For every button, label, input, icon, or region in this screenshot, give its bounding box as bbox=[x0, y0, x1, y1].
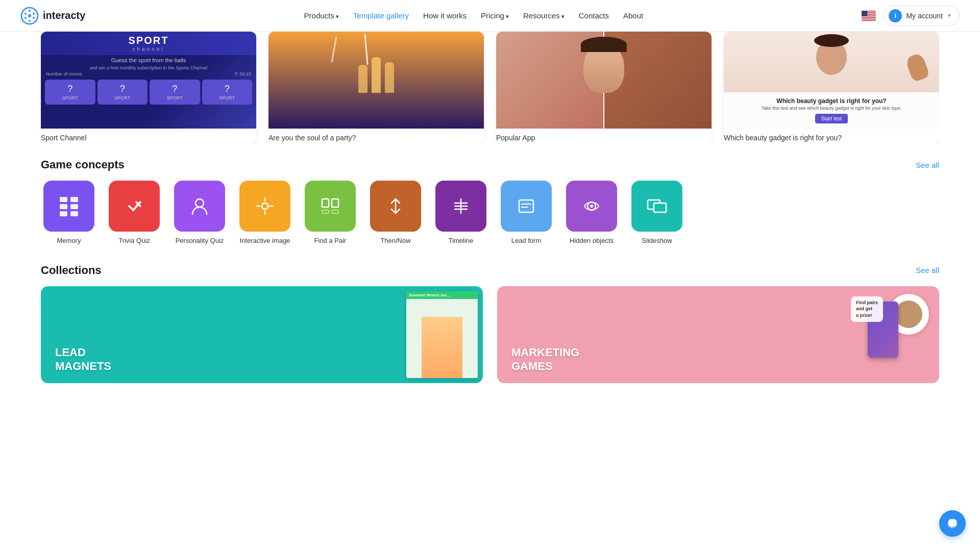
collection-marketing-games[interactable]: MARKETINGGAMES Find pairsand geta prize! bbox=[497, 286, 939, 383]
game-concept-interactive-image[interactable]: Interactive image bbox=[237, 181, 293, 245]
game-concept-trivia[interactable]: Trivia Quiz bbox=[106, 181, 162, 245]
page-content: SPORT channel Guess the sport from the b… bbox=[0, 32, 980, 383]
marketing-games-deco: Find pairsand geta prize! bbox=[696, 286, 939, 383]
game-concept-timeline[interactable]: Timeline bbox=[433, 181, 489, 245]
svg-rect-17 bbox=[70, 197, 78, 202]
game-concept-hidden-objects[interactable]: Hidden objects bbox=[564, 181, 620, 245]
sport-guess-text: Guess the sport from the balls bbox=[105, 55, 192, 65]
party-card[interactable]: Are you the soul of the party or a bore?… bbox=[268, 32, 484, 144]
nav-resources[interactable]: Resources bbox=[523, 11, 565, 20]
timeline-icon bbox=[450, 195, 472, 217]
hidden-objects-icon-bg bbox=[566, 181, 617, 232]
us-flag-icon bbox=[862, 11, 876, 21]
beauty-title: Which beauty gadget is right for you? bbox=[776, 97, 886, 105]
nav-products[interactable]: Products bbox=[304, 11, 339, 20]
sport-channel-card[interactable]: SPORT channel Guess the sport from the b… bbox=[41, 32, 256, 144]
svg-rect-18 bbox=[60, 204, 67, 209]
popular-app-label: Popular App bbox=[496, 129, 712, 144]
sport-banner-text: SPORT bbox=[41, 35, 256, 46]
game-concept-memory[interactable]: Memory bbox=[41, 181, 97, 245]
svg-rect-41 bbox=[519, 200, 533, 212]
nav-about[interactable]: About bbox=[623, 11, 643, 20]
sport-cell-3[interactable]: ? SPORT bbox=[150, 80, 200, 105]
game-concepts-title: Game concepts bbox=[41, 158, 125, 171]
svg-point-5 bbox=[33, 17, 35, 19]
hidden-objects-icon bbox=[580, 195, 603, 217]
lead-form-label: Lead form bbox=[511, 237, 542, 245]
find-pair-label: Find a Pair bbox=[314, 237, 347, 245]
beauty-overlay: Which beauty gadget is right for you? Ta… bbox=[724, 92, 939, 129]
nav-template-gallery[interactable]: Template gallery bbox=[353, 11, 409, 20]
svg-point-7 bbox=[29, 20, 31, 22]
sport-channel-text: channel bbox=[41, 46, 256, 52]
game-concept-slideshow[interactable]: Slideshow bbox=[629, 181, 685, 245]
fitness-mag-header: Summer fitness ma... bbox=[406, 291, 478, 299]
sport-channel-label: Sport Channel bbox=[41, 129, 256, 144]
hidden-objects-label: Hidden objects bbox=[570, 237, 614, 245]
beauty-start-btn[interactable]: Start test bbox=[815, 114, 848, 123]
svg-point-6 bbox=[29, 10, 31, 12]
personality-label: Personality Quiz bbox=[176, 237, 224, 245]
logo-icon bbox=[20, 7, 39, 25]
sport-label-2: SPORT bbox=[114, 95, 130, 101]
find-pair-icon bbox=[319, 195, 341, 217]
beauty-sub: Take this test and see which beauty gadg… bbox=[762, 106, 902, 111]
game-concept-find-pair[interactable]: Find a Pair bbox=[302, 181, 358, 245]
sport-subtitle: and win a free monthly subscription to t… bbox=[85, 65, 213, 70]
sport-label-3: SPORT bbox=[167, 95, 183, 101]
memory-icon-bg bbox=[43, 181, 94, 232]
slideshow-icon bbox=[646, 195, 668, 217]
nav-how-it-works[interactable]: How it works bbox=[423, 11, 467, 20]
personality-icon-bg bbox=[174, 181, 225, 232]
my-account-button[interactable]: i My account ▾ bbox=[883, 6, 960, 26]
sport-grid: ? SPORT ? SPORT ? SPORT ? SPORT bbox=[41, 78, 256, 107]
fitness-person-figure bbox=[422, 317, 462, 378]
nav-pricing[interactable]: Pricing bbox=[481, 11, 509, 20]
svg-rect-47 bbox=[654, 203, 666, 212]
svg-rect-32 bbox=[322, 199, 329, 207]
beauty-label: Which beauty gadget is right for you? bbox=[724, 129, 939, 144]
marketing-deco: Find pairsand geta prize! bbox=[696, 286, 939, 383]
svg-point-3 bbox=[33, 13, 35, 15]
memory-icon bbox=[58, 195, 80, 217]
personality-icon bbox=[188, 195, 211, 217]
logo[interactable]: interacty bbox=[20, 7, 85, 25]
sport-cell-1[interactable]: ? SPORT bbox=[45, 80, 95, 105]
sport-cell-4[interactable]: ? SPORT bbox=[202, 80, 253, 105]
collection-lead-magnets[interactable]: LEADMAGNETS Summer fitness ma... bbox=[41, 286, 483, 383]
nav-links: Products Template gallery How it works P… bbox=[304, 11, 644, 20]
party-label: Are you the soul of a party? bbox=[268, 129, 484, 144]
popular-app-card[interactable]: Popular App bbox=[496, 32, 712, 144]
chevron-down-icon: ▾ bbox=[948, 12, 951, 19]
game-concept-then-now[interactable]: Then/Now bbox=[368, 181, 424, 245]
sport-cell-2[interactable]: ? SPORT bbox=[97, 80, 148, 105]
collections-see-all[interactable]: See all bbox=[916, 266, 939, 274]
svg-point-4 bbox=[24, 17, 27, 19]
beauty-card-image: Which beauty gadget is right for you? Ta… bbox=[724, 32, 939, 129]
then-now-icon-bg bbox=[370, 181, 421, 232]
logo-text: interacty bbox=[43, 10, 85, 21]
marketing-games-label: MARKETINGGAMES bbox=[497, 336, 594, 383]
coffee-inner bbox=[895, 300, 922, 328]
sport-timer: ⏱ 00:15 bbox=[234, 71, 251, 77]
nav-contacts[interactable]: Contacts bbox=[579, 11, 609, 20]
svg-rect-12 bbox=[862, 16, 876, 17]
fitness-deco: Summer fitness ma... bbox=[240, 286, 483, 383]
svg-rect-16 bbox=[60, 197, 67, 202]
game-concept-personality[interactable]: Personality Quiz bbox=[172, 181, 228, 245]
beauty-card[interactable]: Which beauty gadget is right for you? Ta… bbox=[724, 32, 939, 144]
svg-rect-33 bbox=[322, 210, 329, 213]
party-card-image: Are you the soul of the party or a bore?… bbox=[268, 32, 484, 129]
memory-label: Memory bbox=[57, 237, 81, 245]
sport-timer-row: Number of moves ⏱ 00:15 bbox=[41, 70, 256, 78]
trivia-label: Trivia Quiz bbox=[118, 237, 150, 245]
collections-row: LEADMAGNETS Summer fitness ma... MARKETI… bbox=[41, 286, 939, 383]
template-cards-row: SPORT channel Guess the sport from the b… bbox=[41, 32, 939, 144]
sport-label-1: SPORT bbox=[62, 95, 78, 101]
game-concept-lead-form[interactable]: Lead form bbox=[498, 181, 554, 245]
sport-q4: ? bbox=[225, 84, 230, 94]
svg-point-1 bbox=[28, 14, 31, 17]
svg-rect-13 bbox=[862, 17, 876, 18]
game-concepts-see-all[interactable]: See all bbox=[916, 161, 939, 169]
timeline-icon-bg bbox=[435, 181, 486, 232]
